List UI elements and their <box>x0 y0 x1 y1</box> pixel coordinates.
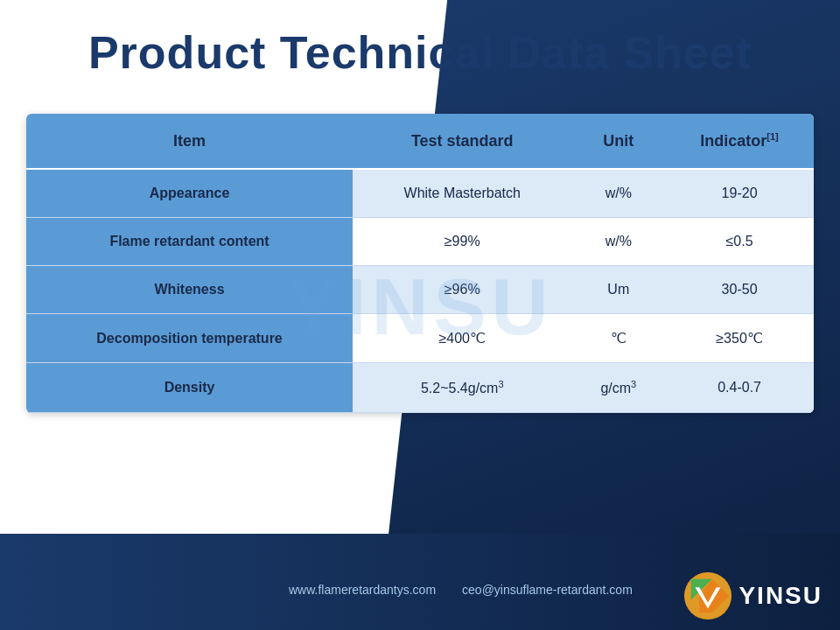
cell-item: Appearance <box>26 170 353 218</box>
cell-indicator: 30-50 <box>665 266 814 314</box>
footer-website: www.flameretardantys.com <box>289 583 436 597</box>
page-title: Product Technical Data Sheet <box>0 0 840 96</box>
table-row: Flame retardant content≥99%w/%≤0.5 <box>26 218 814 266</box>
logo-container: YINSU <box>682 570 822 621</box>
cell-unit: g/cm3 <box>571 363 665 413</box>
cell-indicator: 0.4-0.7 <box>665 363 814 413</box>
cell-item: Whiteness <box>26 266 353 314</box>
col-header-unit: Unit <box>571 114 665 170</box>
cell-indicator: 19-20 <box>665 170 814 218</box>
cell-unit: w/% <box>571 218 665 266</box>
table-header-row: Item Test standard Unit Indicator[1] <box>26 114 814 170</box>
logo-text: YINSU <box>738 582 822 610</box>
cell-test-standard: ≥99% <box>353 218 571 266</box>
footer-email: ceo@yinsuflame-retardant.com <box>462 583 633 597</box>
cell-test-standard: 5.2~5.4g/cm3 <box>353 363 571 413</box>
table-row: Density5.2~5.4g/cm3g/cm30.4-0.7 <box>26 363 814 413</box>
col-header-test-standard: Test standard <box>353 114 571 170</box>
col-header-indicator: Indicator[1] <box>665 114 814 170</box>
yinsu-logo-icon <box>682 570 733 621</box>
cell-item: Density <box>26 363 353 413</box>
cell-item: Flame retardant content <box>26 218 353 266</box>
cell-unit: ℃ <box>571 314 665 363</box>
cell-item: Decomposition temperature <box>26 314 353 363</box>
cell-indicator: ≥350℃ <box>665 314 814 363</box>
cell-test-standard: ≥400℃ <box>353 314 571 363</box>
footer: www.flameretardantys.com ceo@yinsuflame-… <box>0 534 840 630</box>
cell-unit: w/% <box>571 170 665 218</box>
cell-indicator: ≤0.5 <box>665 218 814 266</box>
table-row: AppearanceWhite Masterbatchw/%19-20 <box>26 170 814 218</box>
col-header-item: Item <box>26 114 353 170</box>
cell-test-standard: White Masterbatch <box>353 170 571 218</box>
data-table: Item Test standard Unit Indicator[1] App… <box>26 114 814 413</box>
table-row: Whiteness≥96%Um30-50 <box>26 266 814 314</box>
cell-test-standard: ≥96% <box>353 266 571 314</box>
table-row: Decomposition temperature≥400℃℃≥350℃ <box>26 314 814 363</box>
footer-links: www.flameretardantys.com ceo@yinsuflame-… <box>289 583 633 597</box>
cell-unit: Um <box>571 266 665 314</box>
